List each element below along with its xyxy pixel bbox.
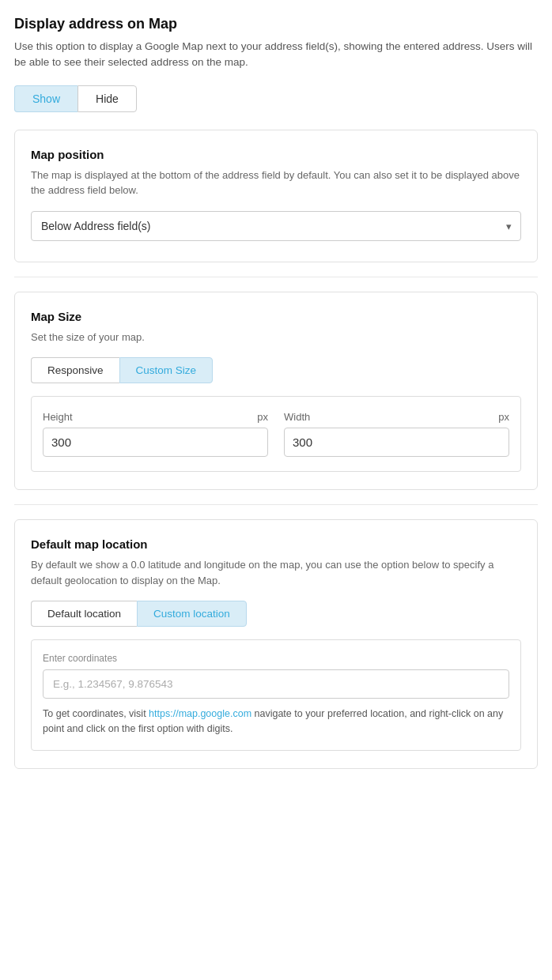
width-input[interactable] (284, 428, 509, 457)
height-col: Height px (43, 411, 268, 457)
help-text-before: To get coordinates, visit (43, 708, 149, 719)
height-label-row: Height px (43, 411, 268, 423)
tab-default-location[interactable]: Default location (31, 601, 137, 627)
width-unit: px (498, 411, 509, 423)
map-position-section: Map position The map is displayed at the… (14, 130, 538, 262)
visibility-toggle-group: Show Hide (14, 85, 538, 112)
width-label: Width (284, 411, 310, 423)
size-inputs-card: Height px Width px (31, 396, 521, 472)
height-input[interactable] (43, 428, 268, 457)
divider-2 (14, 504, 538, 505)
default-map-location-title: Default map location (31, 537, 521, 551)
map-size-description: Set the size of your map. (31, 330, 521, 345)
default-map-location-description: By default we show a 0.0 latitude and lo… (31, 557, 521, 588)
coordinates-label: Enter coordinates (43, 653, 509, 664)
tab-custom-location[interactable]: Custom location (137, 601, 247, 627)
height-label: Height (43, 411, 73, 423)
coordinates-input[interactable] (43, 669, 509, 699)
map-position-select[interactable]: Below Address field(s) Above Address fie… (31, 211, 521, 241)
map-position-title: Map position (31, 148, 521, 161)
coordinates-help: To get coordinates, visit https://map.go… (43, 707, 509, 737)
tab-custom-size[interactable]: Custom Size (119, 357, 214, 383)
page-title: Display address on Map (14, 16, 538, 32)
google-maps-link[interactable]: https://map.google.com (149, 708, 251, 719)
coordinates-card: Enter coordinates To get coordinates, vi… (31, 639, 521, 751)
divider-1 (14, 277, 538, 277)
tab-responsive[interactable]: Responsive (31, 357, 119, 383)
location-tab-group: Default location Custom location (31, 601, 521, 627)
page-description: Use this option to display a Google Map … (14, 39, 538, 71)
hide-button[interactable]: Hide (78, 85, 137, 112)
map-position-select-wrapper: Below Address field(s) Above Address fie… (31, 211, 521, 241)
width-label-row: Width px (284, 411, 509, 423)
map-size-tab-group: Responsive Custom Size (31, 357, 521, 383)
map-position-description: The map is displayed at the bottom of th… (31, 168, 521, 198)
show-button[interactable]: Show (14, 85, 78, 112)
width-col: Width px (284, 411, 509, 457)
default-map-location-section: Default map location By default we show … (14, 519, 538, 769)
size-row: Height px Width px (43, 411, 509, 457)
height-unit: px (257, 411, 268, 423)
map-size-title: Map Size (31, 310, 521, 323)
map-size-section: Map Size Set the size of your map. Respo… (14, 292, 538, 491)
